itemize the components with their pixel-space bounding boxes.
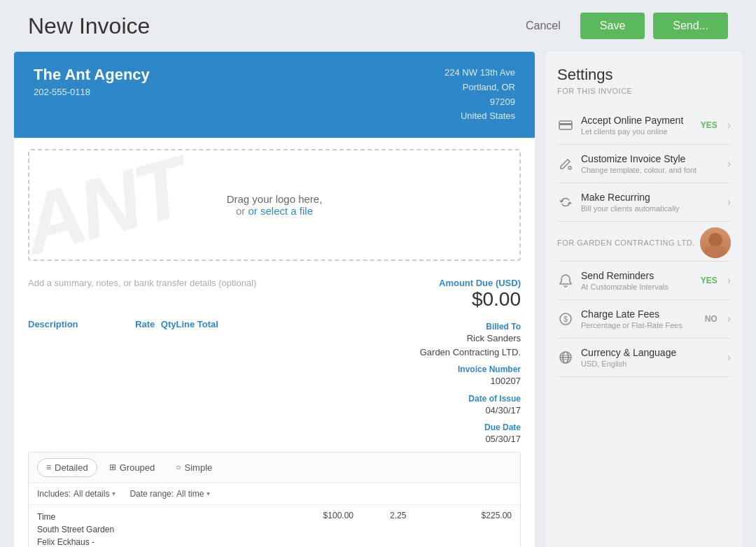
tab-grouped[interactable]: ⊞ Grouped bbox=[100, 458, 164, 477]
line-items-header: Description Rate Qty Line Total bbox=[28, 316, 218, 446]
col-line-total: Line Total bbox=[176, 319, 218, 329]
entry-person-1: Felix Eckhaus - bbox=[37, 536, 248, 547]
accept-payment-content: Accept Online Payment Let clients pay yo… bbox=[581, 115, 694, 136]
settings-item-accept-payment[interactable]: Accept Online Payment Let clients pay yo… bbox=[557, 106, 731, 145]
settings-item-recurring[interactable]: Make Recurring Bill your clients automat… bbox=[557, 183, 731, 222]
customize-style-desc: Change template, colour, and font bbox=[581, 166, 720, 174]
send-button[interactable]: Send... bbox=[653, 13, 728, 39]
simple-icon: ○ bbox=[176, 462, 181, 472]
settings-item-reminders[interactable]: Send Reminders At Customizable Intervals… bbox=[557, 262, 731, 300]
currency-content: Currency & Language USD, English bbox=[581, 347, 720, 368]
settings-item-late-fees[interactable]: $ Charge Late Fees Percentage or Flat-Ra… bbox=[557, 300, 731, 339]
customize-style-label: Customize Invoice Style bbox=[581, 153, 720, 164]
billed-info-row: Description Rate Qty Line Total Billed T… bbox=[14, 316, 535, 449]
notes-row: Add a summary, notes, or bank transfer d… bbox=[14, 272, 535, 316]
recurring-label: Make Recurring bbox=[581, 192, 720, 203]
customize-style-content: Customize Invoice Style Change template,… bbox=[581, 153, 720, 174]
filter-includes[interactable]: Includes: All details ▾ bbox=[37, 489, 115, 499]
late-fees-label: Charge Late Fees bbox=[581, 308, 698, 320]
currency-desc: USD, English bbox=[581, 360, 720, 368]
accept-payment-desc: Let clients pay you online bbox=[581, 127, 694, 136]
entry-desc-1: Time South Street Garden Felix Eckhaus -… bbox=[37, 511, 248, 547]
svg-rect-1 bbox=[559, 123, 572, 125]
billed-to-label: Billed To bbox=[409, 322, 521, 332]
tab-grouped-label: Grouped bbox=[120, 462, 155, 473]
select-file-link[interactable]: or select a file bbox=[248, 205, 313, 217]
invoice-number-value: 100207 bbox=[409, 374, 521, 388]
invoice-panel: The Ant Agency 202-555-0118 224 NW 13th … bbox=[14, 52, 535, 547]
company-phone: 202-555-0118 bbox=[34, 87, 150, 97]
address-line2: Portland, OR bbox=[444, 80, 515, 95]
date-of-issue-value: 04/30/17 bbox=[409, 404, 521, 418]
for-client-row: FOR GARDEN CONTRACTING LTD. bbox=[557, 222, 731, 262]
reminders-badge: YES bbox=[701, 276, 718, 285]
reminders-chevron: › bbox=[727, 274, 731, 287]
logo-dropzone[interactable]: ANT Drag your logo here, or or select a … bbox=[28, 149, 521, 261]
billed-to-company: Garden Contracting LTD. bbox=[409, 346, 521, 360]
filter-includes-value: All details bbox=[74, 489, 109, 499]
filter-date-label: Date range: bbox=[130, 489, 174, 499]
tab-detailed-label: Detailed bbox=[55, 462, 88, 473]
recurring-content: Make Recurring Bill your clients automat… bbox=[581, 192, 720, 213]
due-date-value: 05/30/17 bbox=[409, 432, 521, 446]
page-title: New Invoice bbox=[28, 13, 514, 39]
for-client-label: FOR GARDEN CONTRACTING LTD. bbox=[557, 239, 695, 247]
settings-title: Settings bbox=[557, 66, 731, 84]
card-icon bbox=[557, 117, 574, 134]
save-button[interactable]: Save bbox=[580, 13, 645, 39]
entry-project-1: South Street Garden bbox=[37, 523, 248, 536]
amount-due-value: $0.00 bbox=[439, 288, 521, 311]
late-fees-badge: NO bbox=[705, 314, 718, 324]
tab-simple[interactable]: ○ Simple bbox=[167, 458, 221, 477]
svg-point-2 bbox=[568, 166, 571, 169]
tab-detailed[interactable]: ≡ Detailed bbox=[37, 458, 97, 477]
amount-due-label: Amount Due (USD) bbox=[439, 278, 521, 288]
invoice-billing-info: Billed To Rick Sanders Garden Contractin… bbox=[409, 316, 521, 446]
address-line3: 97209 bbox=[444, 95, 515, 110]
filters-row: Includes: All details ▾ Date range: All … bbox=[29, 483, 520, 505]
settings-subtitle: FOR THIS INVOICE bbox=[557, 87, 731, 95]
col-rate: Rate bbox=[113, 319, 155, 329]
address-line1: 224 NW 13th Ave bbox=[444, 66, 515, 80]
customize-style-chevron: › bbox=[727, 157, 731, 170]
company-info: The Ant Agency 202-555-0118 bbox=[34, 66, 150, 97]
date-of-issue-label: Date of Issue bbox=[409, 394, 521, 404]
settings-item-currency[interactable]: Currency & Language USD, English › bbox=[557, 339, 731, 377]
accept-payment-badge: YES bbox=[701, 120, 718, 130]
bell-icon bbox=[557, 272, 574, 289]
company-name: The Ant Agency bbox=[34, 66, 150, 84]
accept-payment-chevron: › bbox=[727, 119, 731, 132]
entry-type-1: Time bbox=[37, 511, 248, 523]
late-fees-content: Charge Late Fees Percentage or Flat-Rate… bbox=[581, 308, 698, 329]
notes-field[interactable]: Add a summary, notes, or bank transfer d… bbox=[28, 278, 425, 288]
entry-rate-1: $100.00 bbox=[248, 511, 354, 520]
col-description: Description bbox=[28, 319, 113, 329]
accept-payment-label: Accept Online Payment bbox=[581, 115, 694, 126]
settings-item-customize-style[interactable]: Customize Invoice Style Change template,… bbox=[557, 145, 731, 183]
reminders-content: Send Reminders At Customizable Intervals bbox=[581, 270, 694, 291]
globe-icon bbox=[557, 349, 574, 366]
logo-instructions: Drag your logo here, or or select a file bbox=[227, 193, 323, 217]
svg-text:$: $ bbox=[564, 315, 568, 323]
main-layout: The Ant Agency 202-555-0118 224 NW 13th … bbox=[0, 52, 756, 547]
grouped-icon: ⊞ bbox=[109, 462, 116, 472]
recurring-desc: Bill your clients automatically bbox=[581, 204, 720, 213]
company-address: 224 NW 13th Ave Portland, OR 97209 Unite… bbox=[444, 66, 515, 124]
tab-row: ≡ Detailed ⊞ Grouped ○ Simple bbox=[29, 453, 520, 483]
amount-due-block: Amount Due (USD) $0.00 bbox=[439, 278, 521, 311]
filter-date-range[interactable]: Date range: All time ▾ bbox=[130, 489, 210, 499]
fee-icon: $ bbox=[557, 311, 574, 327]
filter-includes-arrow: ▾ bbox=[112, 490, 115, 497]
logo-watermark: ANT bbox=[28, 149, 195, 261]
filter-date-value: All time bbox=[176, 489, 204, 499]
detailed-icon: ≡ bbox=[46, 462, 51, 472]
paint-icon bbox=[557, 155, 574, 172]
avatar bbox=[700, 227, 731, 258]
tab-simple-label: Simple bbox=[185, 462, 213, 473]
cancel-button[interactable]: Cancel bbox=[514, 14, 572, 38]
recurring-icon bbox=[557, 194, 574, 211]
table-row: Time South Street Garden Felix Eckhaus -… bbox=[29, 505, 520, 547]
time-entries-box: ≡ Detailed ⊞ Grouped ○ Simple Includes: … bbox=[28, 452, 521, 547]
reminders-desc: At Customizable Intervals bbox=[581, 283, 694, 291]
col-qty: Qty bbox=[155, 319, 176, 329]
